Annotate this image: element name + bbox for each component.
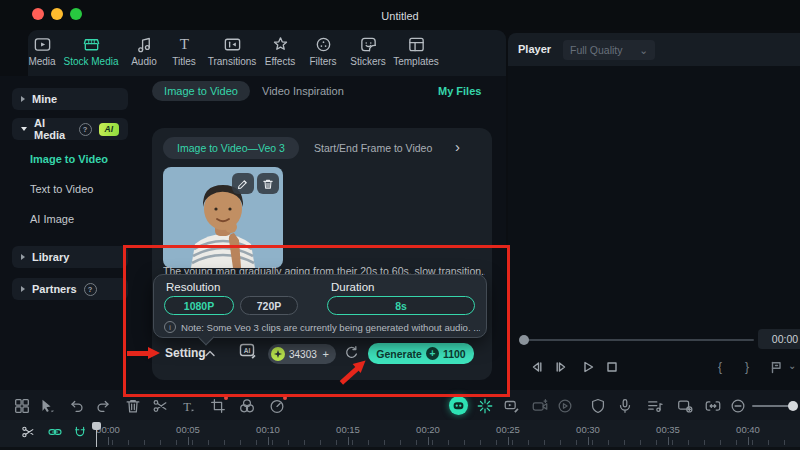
- help-icon[interactable]: ?: [79, 123, 92, 136]
- undo-icon: [68, 397, 86, 415]
- delete-button[interactable]: [124, 397, 142, 415]
- quality-select[interactable]: Full Quality ⌄: [563, 40, 655, 60]
- zoom-slider-handle[interactable]: [788, 401, 798, 411]
- zoom-out-button[interactable]: [729, 397, 747, 415]
- tab-start-end-frame[interactable]: Start/End Frame to Video: [314, 142, 432, 154]
- marker-flag-icon: [768, 359, 784, 375]
- scrubber-handle[interactable]: [519, 335, 529, 345]
- audio-stretch-button[interactable]: [646, 397, 664, 415]
- delete-image-button[interactable]: [257, 173, 279, 194]
- play-icon: [580, 359, 596, 375]
- title-bar: Untitled: [0, 0, 800, 30]
- player-header: Player Full Quality ⌄: [508, 33, 800, 66]
- ai-copilot-button[interactable]: [449, 396, 468, 415]
- sidebar-item-library[interactable]: Library: [12, 246, 128, 268]
- edit-image-button[interactable]: [232, 173, 254, 194]
- tab-video-inspiration[interactable]: Video Inspiration: [262, 85, 344, 97]
- music-list-icon: [646, 397, 664, 415]
- titles-icon: T: [175, 35, 194, 54]
- media-icon: [33, 35, 52, 54]
- sidebar-item-ai-image[interactable]: AI Image: [30, 211, 74, 227]
- sidebar-item-label: Mine: [32, 93, 57, 105]
- color-tool-button[interactable]: [238, 397, 256, 415]
- quality-value: Full Quality: [570, 44, 623, 56]
- redo-button[interactable]: [94, 397, 112, 415]
- help-icon[interactable]: ?: [84, 283, 97, 296]
- split-scissors-icon: [20, 424, 36, 440]
- camera-plus-icon: [531, 397, 549, 415]
- render-settings-button[interactable]: [676, 397, 694, 415]
- ruler-label: 00:40: [736, 424, 760, 435]
- tab-label: Image to Video—Veo 3: [177, 142, 285, 154]
- copyright-check-button[interactable]: [589, 397, 607, 415]
- snapshot-button[interactable]: [768, 359, 784, 375]
- mark-in-button[interactable]: {: [718, 360, 722, 374]
- playhead-line: [96, 430, 97, 447]
- chevron-down-icon[interactable]: ⌄: [788, 360, 796, 371]
- crop-tool-button[interactable]: [209, 397, 227, 415]
- sidebar-item-image-to-video[interactable]: Image to Video: [30, 151, 108, 167]
- preview-render-button[interactable]: [556, 397, 574, 415]
- tab-image-to-video-veo3[interactable]: Image to Video—Veo 3: [163, 137, 299, 159]
- sidebar-item-label: Text to Video: [30, 183, 93, 195]
- ruler-label: 00:35: [656, 424, 680, 435]
- expand-arrow-icon: [21, 96, 25, 102]
- ai-effects-button[interactable]: [476, 397, 494, 415]
- auto-ripple-button[interactable]: [704, 397, 722, 415]
- sidebar-item-partners[interactable]: Partners ?: [12, 278, 128, 300]
- my-files-link[interactable]: My Files: [438, 85, 481, 97]
- stop-button[interactable]: [604, 359, 620, 375]
- templates-icon: [407, 35, 426, 54]
- trash-icon: [124, 397, 142, 415]
- tab-label: Start/End Frame to Video: [314, 142, 432, 154]
- filters-icon: [314, 35, 333, 54]
- tab-label: Media: [28, 56, 55, 67]
- tab-label: Filters: [309, 56, 336, 67]
- tab-image-to-video[interactable]: Image to Video: [152, 81, 250, 101]
- sidebar-item-label: AI Image: [30, 213, 74, 225]
- trash-icon: [262, 178, 274, 190]
- window-title: Untitled: [0, 10, 800, 22]
- player-label: Player: [518, 43, 551, 55]
- previous-frame-button[interactable]: [529, 359, 545, 375]
- select-tool-button[interactable]: [38, 397, 56, 415]
- player-scrubber[interactable]: [522, 339, 754, 341]
- tab-label: Titles: [172, 56, 196, 67]
- expand-arrow-icon: [21, 286, 25, 292]
- snap-magnet-button[interactable]: [72, 424, 90, 442]
- undo-button[interactable]: [68, 397, 86, 415]
- stock-media-icon: [82, 35, 101, 54]
- ai-badge: AI: [99, 123, 120, 136]
- split-button[interactable]: [151, 397, 169, 415]
- pencil-icon: [237, 178, 249, 190]
- media-grid-button[interactable]: [13, 397, 31, 415]
- sidebar-item-mine[interactable]: Mine: [12, 88, 128, 110]
- ai-video-edit-button[interactable]: [503, 397, 521, 415]
- next-frame-button[interactable]: [553, 359, 569, 375]
- voiceover-button[interactable]: [616, 397, 634, 415]
- effects-icon: [271, 35, 290, 54]
- text-tool-button[interactable]: T: [179, 397, 197, 415]
- tab-label: Video Inspiration: [262, 85, 344, 97]
- record-screen-button[interactable]: [531, 397, 549, 415]
- sidebar-item-ai-media[interactable]: AI Media ? AI: [12, 118, 128, 140]
- ruler-label: 00:30: [576, 424, 600, 435]
- speed-tool-button[interactable]: [268, 397, 286, 415]
- play-button[interactable]: [580, 359, 596, 375]
- text-tool-icon: T: [179, 397, 197, 415]
- device-gear-icon: [676, 397, 694, 415]
- playhead-handle[interactable]: [92, 422, 101, 430]
- mark-out-button[interactable]: }: [745, 360, 749, 374]
- link-clips-button[interactable]: [47, 424, 65, 442]
- minus-circle-icon: [729, 397, 747, 415]
- player-timecode: 00:00: [758, 329, 800, 349]
- magnet-icon: [72, 424, 88, 440]
- robot-icon: [452, 399, 465, 412]
- quick-split-button[interactable]: [20, 424, 38, 442]
- sparkle-icon: [476, 397, 494, 415]
- video-pen-icon: [503, 397, 521, 415]
- chevron-right-icon[interactable]: ›: [455, 138, 460, 155]
- stop-icon: [604, 359, 620, 375]
- tab-templates[interactable]: Templates: [384, 35, 448, 67]
- sidebar-item-text-to-video[interactable]: Text to Video: [30, 181, 93, 197]
